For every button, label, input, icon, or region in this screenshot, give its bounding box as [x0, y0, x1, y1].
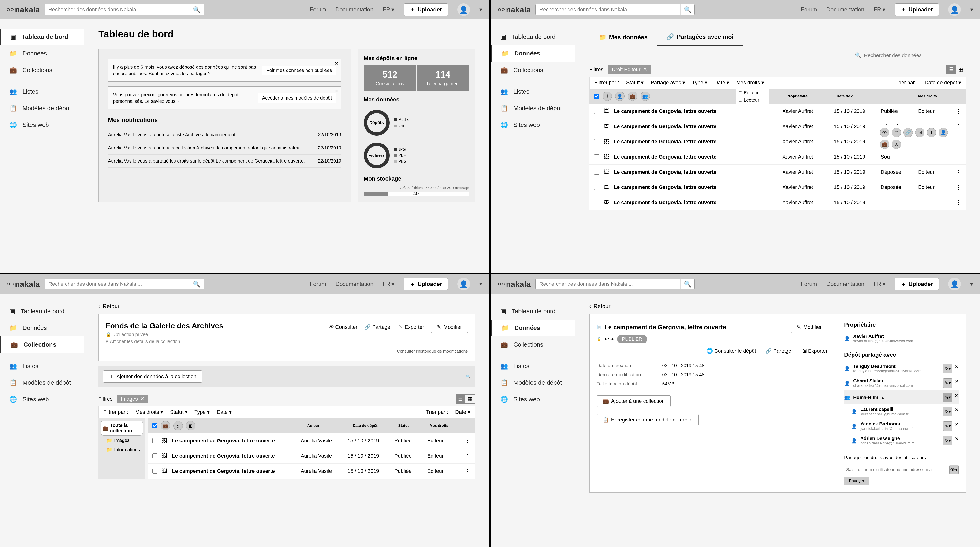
sidebar-item-collections[interactable]: 💼Collections: [0, 62, 84, 78]
sidebar-item-dashboard[interactable]: ▣Tableau de bord: [0, 303, 84, 320]
search-input[interactable]: [536, 5, 680, 15]
sort-field[interactable]: Date ▾: [455, 409, 470, 415]
send-button[interactable]: Envoyer: [844, 477, 869, 485]
table-row[interactable]: 🖼 Le campement de Gergovia, lettre ouver…: [589, 165, 966, 180]
bulk-collection-icon[interactable]: 💼: [161, 421, 170, 430]
filter-type[interactable]: Type ▾: [692, 79, 707, 86]
rights-option-editeur[interactable]: Editeur: [739, 89, 766, 97]
row-checkbox[interactable]: [152, 438, 158, 443]
filter-status[interactable]: Statut ▾: [626, 79, 644, 86]
action-share[interactable]: 🔗 Partager: [765, 348, 793, 354]
chevron-down-icon[interactable]: ▾: [970, 6, 973, 13]
chevron-down-icon[interactable]: ▾: [479, 281, 482, 287]
row-checkbox[interactable]: [594, 200, 599, 205]
bulk-collection-icon[interactable]: 💼: [628, 92, 637, 101]
table-row[interactable]: 🖼 Le campement de Gergovia, lettre ouver…: [148, 433, 475, 449]
action-view-deposit[interactable]: 🌐 Consulter le dépôt: [706, 348, 756, 354]
sidebar-item-lists[interactable]: 👥Listes: [491, 358, 575, 374]
sidebar-item-lists[interactable]: 👥Listes: [0, 83, 84, 100]
search-icon[interactable]: 🔍: [189, 5, 204, 15]
upload-button[interactable]: ＋Uploader: [404, 3, 448, 16]
nav-documentation[interactable]: Documentation: [827, 6, 864, 13]
sidebar-item-templates[interactable]: 📋Modèles de dépôt: [0, 100, 84, 117]
hide-icon[interactable]: ⦸: [892, 140, 901, 149]
close-icon[interactable]: ✕: [335, 61, 338, 66]
table-row[interactable]: 🖼 Le campement de Gergovia, lettre ouver…: [589, 195, 966, 210]
nav-forum[interactable]: Forum: [310, 281, 326, 287]
search-icon[interactable]: 🔍: [680, 279, 694, 289]
brand-logo[interactable]: nakala: [498, 280, 531, 289]
download-icon[interactable]: ⬇: [927, 128, 936, 137]
select-all-checkbox[interactable]: [152, 423, 158, 428]
kebab-icon[interactable]: ⋮: [465, 468, 471, 474]
view-toggle[interactable]: ☰▦: [456, 394, 475, 404]
user-icon[interactable]: 👤: [939, 128, 948, 137]
nav-documentation[interactable]: Documentation: [336, 6, 373, 13]
role-button[interactable]: ✎▾: [943, 393, 952, 402]
sidebar-item-data[interactable]: 📁Données: [0, 320, 84, 336]
goto-templates-button[interactable]: Accéder à mes modèles de dépôt: [258, 93, 336, 103]
kebab-icon[interactable]: ⋮: [465, 453, 471, 459]
sidebar-item-templates[interactable]: 📋Modèles de dépôt: [491, 374, 575, 391]
sidebar-item-lists[interactable]: 👥Listes: [491, 83, 575, 100]
global-search[interactable]: 🔍: [535, 4, 695, 15]
nav-forum[interactable]: Forum: [310, 6, 326, 13]
table-row[interactable]: 🖼 Le campement de Gergovia, lettre ouver…: [589, 104, 966, 119]
role-button[interactable]: ✎▾: [943, 364, 952, 373]
bulk-user-icon[interactable]: 👤: [615, 92, 625, 101]
group-row[interactable]: 👥 Huma-Num ▴ ✎▾ ✕: [844, 390, 959, 404]
close-icon[interactable]: ✕: [335, 89, 338, 94]
filter-chip[interactable]: Images✕: [117, 395, 148, 403]
row-checkbox[interactable]: [594, 170, 599, 175]
action-export[interactable]: ⇲ Exporter: [802, 348, 827, 354]
action-view[interactable]: 👁 Consulter: [329, 324, 357, 330]
grid-view-icon[interactable]: ▦: [956, 65, 966, 74]
action-export[interactable]: ⇲ Exporter: [399, 324, 424, 330]
publish-button[interactable]: PUBLIER: [617, 335, 647, 343]
sidebar-item-sites[interactable]: 🌐Sites web: [491, 391, 575, 407]
notification-item[interactable]: Aurelia Vasile vous a partagé les droits…: [108, 155, 341, 168]
kebab-icon[interactable]: ⋮: [465, 438, 471, 444]
filter-rights[interactable]: Mes droits ▾: [135, 409, 163, 415]
close-icon[interactable]: ✕: [955, 393, 959, 402]
role-selector[interactable]: 👁▾: [949, 465, 959, 474]
action-share[interactable]: 🔗 Partager: [364, 324, 392, 330]
tree-images[interactable]: 📁Images: [101, 436, 143, 445]
chevron-down-icon[interactable]: ▾: [970, 281, 973, 287]
filter-status[interactable]: Statut ▾: [170, 409, 188, 415]
sidebar-item-dashboard[interactable]: ▣Tableau de bord: [491, 29, 575, 45]
filter-chip[interactable]: Droit Editeur✕: [608, 65, 651, 74]
role-button[interactable]: ✎▾: [943, 378, 952, 388]
search-icon[interactable]: 🔍: [189, 279, 204, 289]
global-search[interactable]: 🔍: [535, 279, 695, 289]
sidebar-item-sites[interactable]: 🌐Sites web: [0, 117, 84, 133]
rights-option-lecteur[interactable]: Lecteur: [739, 97, 766, 104]
kebab-icon[interactable]: ⋮: [956, 169, 961, 175]
brand-logo[interactable]: nakala: [498, 5, 531, 14]
tab-my-data[interactable]: 📁Mes données: [589, 29, 657, 46]
close-icon[interactable]: ✕: [955, 436, 959, 446]
select-all-checkbox[interactable]: [594, 94, 599, 99]
tree-all[interactable]: 💼Toute la collection: [101, 420, 143, 436]
role-button[interactable]: ✎▾: [943, 407, 952, 416]
row-checkbox[interactable]: [152, 453, 158, 458]
sidebar-item-collections[interactable]: 💼Collections: [0, 336, 84, 353]
language-selector[interactable]: FR▾: [873, 6, 885, 13]
row-checkbox[interactable]: [594, 185, 599, 190]
search-input[interactable]: [45, 279, 189, 289]
sort-field[interactable]: Date de dépôt ▾: [925, 79, 961, 86]
upload-button[interactable]: ＋Uploader: [895, 3, 939, 16]
rights-dropdown[interactable]: Editeur Lecteur: [736, 87, 769, 106]
nav-forum[interactable]: Forum: [801, 281, 817, 287]
sidebar-item-data[interactable]: 📁Données: [0, 45, 84, 62]
filter-type[interactable]: Type ▾: [194, 409, 210, 415]
close-icon[interactable]: ✕: [955, 422, 959, 431]
notification-item[interactable]: Aurelia Vasile vous a ajouté à la collec…: [108, 141, 341, 155]
grid-view-icon[interactable]: ▦: [465, 395, 475, 403]
quote-icon[interactable]: ❝: [892, 128, 901, 137]
kebab-icon[interactable]: ⋮: [956, 184, 961, 190]
add-to-collection-button[interactable]: 💼Ajouter à une collection: [597, 395, 671, 407]
upload-button[interactable]: ＋Uploader: [404, 278, 448, 290]
bulk-people-icon[interactable]: 👥: [641, 92, 650, 101]
sidebar-item-sites[interactable]: 🌐Sites web: [0, 391, 84, 407]
